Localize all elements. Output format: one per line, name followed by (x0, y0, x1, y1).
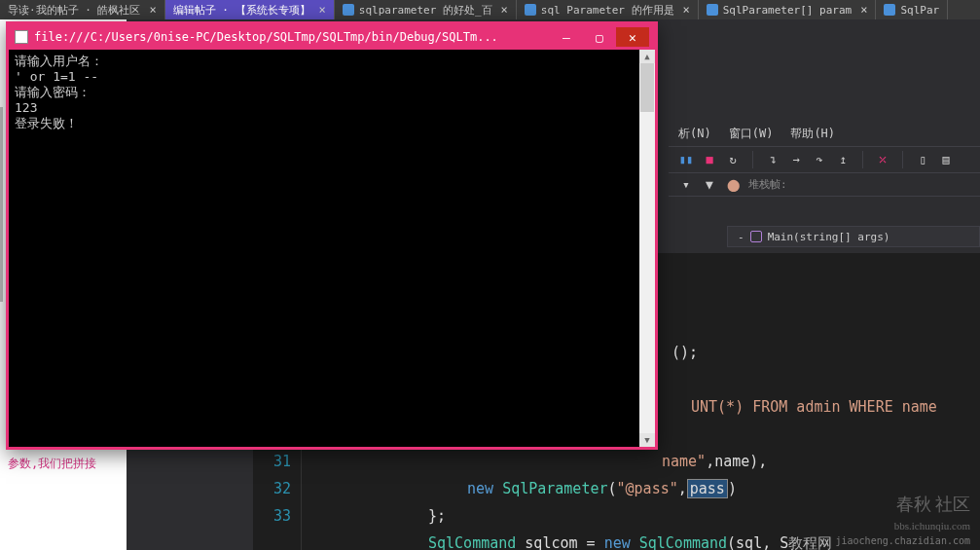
ide-menu-bar: 析(N) 窗口(W) 帮助(H) (669, 122, 980, 146)
close-icon[interactable]: × (501, 3, 508, 17)
close-button[interactable]: ✕ (616, 27, 649, 47)
browser-tab-strip: 导读·我的帖子 · 皓枫社区 × 编辑帖子 · 【系统长专项】 × sqlpar… (0, 0, 980, 19)
panels-icon[interactable]: ▤ (938, 152, 954, 167)
pause-icon[interactable]: ▮▮ (678, 152, 694, 167)
line-number: 32 (253, 475, 291, 502)
tab-label: 导读·我的帖子 · 皓枫社区 (8, 3, 141, 18)
watermark-url: bbs.ichunqiu.com (894, 520, 970, 532)
minimize-button[interactable]: — (550, 27, 583, 47)
favicon-icon (343, 4, 354, 16)
tab-label: 编辑帖子 · 【系统长专项】 (173, 3, 310, 18)
console-line: 请输入用户名： (15, 54, 634, 69)
line-number: 31 (253, 448, 291, 475)
keyword-new: new (604, 534, 631, 550)
tool-icon[interactable]: ▯ (915, 152, 930, 167)
watermark-text: 春秋 社区 (896, 495, 971, 514)
app-icon (15, 30, 28, 44)
maximize-button[interactable]: ▢ (583, 27, 616, 47)
breadcrumb-method[interactable]: - Main(string[] args) (727, 226, 980, 247)
console-line: 请输入密码： (15, 85, 634, 100)
step-over-icon[interactable]: ↷ (812, 152, 827, 167)
separator (902, 151, 903, 168)
favicon-icon (525, 4, 536, 16)
separator (752, 151, 753, 168)
var-sqlcom: sqlcom (525, 534, 577, 550)
code-frag: ,name), (706, 453, 767, 470)
tab-label: sqlparameter 的好处_百 (359, 3, 492, 18)
code-frag: }; (428, 507, 446, 525)
left-scrollbar[interactable] (0, 107, 3, 302)
close-icon[interactable]: × (860, 3, 867, 17)
browser-tab-1[interactable]: 编辑帖子 · 【系统长专项】 × (165, 0, 335, 19)
tab-label: sql Parameter 的作用是 (541, 3, 674, 18)
breakpoint-icon[interactable]: ⬤ (725, 177, 741, 193)
code-frag: ) (728, 480, 737, 497)
close-icon[interactable]: × (319, 3, 326, 17)
console-line: ' or 1=1 -- (15, 69, 634, 85)
console-title-bar[interactable]: file:///C:/Users/0nise-PC/Desktop/SQLTmp… (9, 24, 655, 50)
console-title: file:///C:/Users/0nise-PC/Desktop/SQLTmp… (34, 30, 550, 44)
favicon-icon (707, 4, 718, 16)
type-sqlcommand: SqlCommand (639, 534, 727, 550)
code-frag: name" (662, 453, 706, 470)
console-line: 登录失败！ (15, 116, 634, 131)
keyword-new: new (467, 480, 493, 497)
stackframe-label: 堆栈帧: (748, 177, 787, 192)
browser-tab-3[interactable]: sql Parameter 的作用是 × (517, 0, 699, 19)
stop-icon[interactable]: ■ (702, 152, 717, 167)
code-frag: (sql, S (727, 534, 788, 550)
menu-analyze[interactable]: 析(N) (678, 126, 711, 142)
type-sqlparameter: SqlParameter (502, 480, 607, 497)
browser-tab-0[interactable]: 导读·我的帖子 · 皓枫社区 × (0, 0, 165, 19)
close-icon[interactable]: × (150, 3, 157, 17)
tab-label: SqlPar (900, 4, 939, 17)
dropdown-arrow-icon: - (738, 231, 744, 243)
filter-icon[interactable]: ▼ (702, 177, 717, 193)
window-buttons: — ▢ ✕ (550, 27, 649, 47)
line-number: 33 (253, 502, 291, 530)
tab-label: SqlParameter[] param (723, 4, 852, 17)
menu-help[interactable]: 帮助(H) (790, 126, 835, 142)
disconnect-icon[interactable]: ⤫ (875, 152, 890, 167)
method-name: Main(string[] args) (768, 231, 890, 243)
browser-tab-5[interactable]: SqlPar (876, 0, 948, 19)
watermark-main: 春秋 社区 bbs.ichunqiu.com (894, 495, 970, 535)
console-window: file:///C:/Users/0nise-PC/Desktop/SQLTmp… (6, 21, 658, 450)
step-into-icon[interactable]: ↴ (765, 152, 780, 167)
arrow-right-icon[interactable]: → (788, 152, 804, 167)
scroll-down-icon[interactable]: ▼ (639, 433, 655, 447)
scrollbar-thumb[interactable] (640, 63, 654, 112)
scroll-up-icon[interactable]: ▲ (639, 50, 655, 63)
article-snippet: 参数,我们把拼接 (0, 448, 127, 480)
chevron-down-icon[interactable]: ▾ (678, 177, 694, 193)
step-out-icon[interactable]: ↥ (835, 152, 851, 167)
browser-tab-4[interactable]: SqlParameter[] param × (699, 0, 877, 19)
console-output[interactable]: 请输入用户名： ' or 1=1 -- 请输入密码： 123 登录失败！ (9, 50, 639, 447)
method-icon (750, 231, 762, 242)
console-scrollbar[interactable]: ▲ ▼ (639, 50, 655, 447)
watermark-footer: jiaocheng.chazidian.com (836, 535, 970, 546)
console-line: 123 (15, 100, 634, 116)
eq: = (587, 534, 596, 550)
type-sqlcommand: SqlCommand (428, 534, 516, 550)
ide-toolbar: ▮▮ ■ ↻ ↴ → ↷ ↥ ⤫ ▯ ▤ (669, 146, 980, 173)
favicon-icon (884, 4, 895, 16)
close-icon[interactable]: × (683, 3, 690, 17)
menu-window[interactable]: 窗口(W) (729, 126, 774, 142)
highlighted-var: pass (687, 479, 728, 498)
debug-subtoolbar: ▾ ▼ ⬤ 堆栈帧: (669, 173, 980, 197)
restart-icon[interactable]: ↻ (725, 152, 741, 167)
watermark-overlap: 教程网 (788, 534, 832, 550)
separator (862, 151, 863, 168)
browser-tab-2[interactable]: sqlparameter 的好处_百 × (335, 0, 517, 19)
article-text: 参数,我们把拼接 (8, 457, 96, 470)
sql-fragment: UNT(*) FROM admin WHERE name (691, 398, 946, 416)
string-pass: "@pass" (617, 480, 678, 497)
